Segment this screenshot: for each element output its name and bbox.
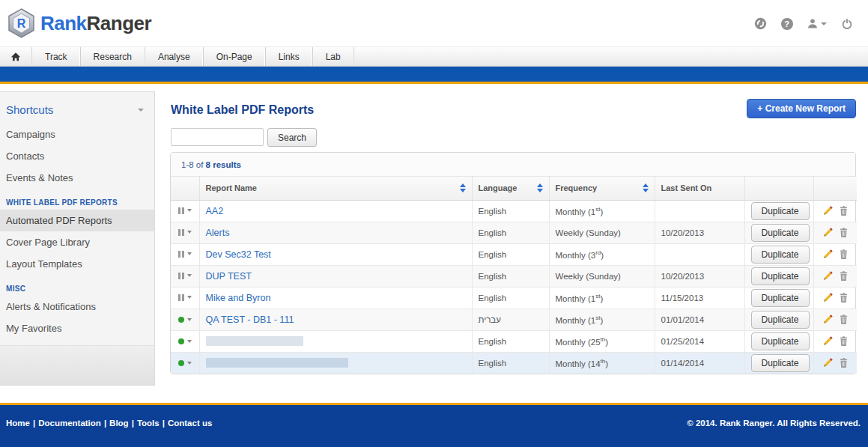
nav-tab-track[interactable]: Track [32,47,81,66]
sidebar-item-events-notes[interactable]: Events & Notes [0,167,154,189]
status-paused-menu[interactable] [178,207,192,214]
status-cell [171,352,199,374]
edit-pencil-icon[interactable] [822,357,834,368]
duplicate-button[interactable]: Duplicate [751,202,810,220]
sort-desc-icon[interactable] [643,189,649,192]
footer-link-documentation[interactable]: Documentation [38,419,101,428]
sidebar-item-layout-templates[interactable]: Layout Templates [0,253,154,275]
sidebar-item-my-favorites[interactable]: My Favorites [0,317,154,339]
table-row: DUP TESTEnglishWeekly (Sunday)10/20/2013… [171,265,857,287]
column-header-language[interactable]: Language [472,177,549,200]
duplicate-button[interactable]: Duplicate [751,267,810,285]
sort-arrows-icon[interactable] [643,183,649,192]
footer-link-home[interactable]: Home [6,419,30,428]
sidebar-item-campaigns[interactable]: Campaigns [0,124,154,145]
report-name-link[interactable]: DUP TEST [206,271,252,282]
refresh-icon[interactable] [754,17,767,30]
duplicate-button[interactable]: Duplicate [751,311,810,329]
edit-pencil-icon[interactable] [822,205,834,216]
sort-desc-icon[interactable] [537,189,543,192]
status-paused-menu[interactable] [178,273,192,279]
status-active-menu[interactable] [178,317,192,323]
report-name-link[interactable]: QA TEST - DB1 - 111 [206,314,294,325]
last-sent-cell: 11/15/2013 [655,287,744,308]
status-paused-menu[interactable] [178,294,192,301]
edit-pencil-icon[interactable] [822,270,834,282]
edit-pencil-icon[interactable] [822,314,834,325]
delete-trash-icon[interactable] [838,357,849,368]
footer-link-tools[interactable]: Tools [137,419,160,428]
footer-link-contact-us[interactable]: Contact us [168,419,212,428]
sort-asc-icon[interactable] [537,183,543,187]
report-name-link[interactable]: Alerts [206,228,230,238]
edit-pencil-icon[interactable] [822,227,834,238]
report-name-link[interactable]: AA2 [206,206,224,216]
rankranger-logo[interactable]: R RankRanger [7,8,151,38]
nav-tab-research[interactable]: Research [81,47,145,66]
delete-trash-icon[interactable] [838,314,849,325]
nav-home-tab[interactable] [0,47,32,66]
duplicate-button[interactable]: Duplicate [751,246,810,264]
sort-desc-icon[interactable] [460,189,466,192]
create-new-report-button[interactable]: + Create New Report [747,99,856,118]
sort-arrows-icon[interactable] [460,183,466,192]
edit-pencil-icon[interactable] [822,292,834,303]
delete-trash-icon[interactable] [838,270,849,282]
frequency-close: ) [605,359,608,368]
report-name-cell: AA2 [199,200,472,222]
logo-text-rank: Rank [40,12,87,34]
search-input[interactable] [171,128,264,146]
frequency-cell: Weekly (Sunday) [549,265,655,287]
sidebar-item-my-history[interactable]: My History [0,339,154,361]
duplicate-button[interactable]: Duplicate [751,289,810,307]
sidebar-item-cover-page-library[interactable]: Cover Page Library [0,231,154,253]
nav-tab-on-page[interactable]: On-Page [204,47,266,66]
report-name-cell: Dev Sec32 Test [199,243,472,265]
row-actions-cell [813,352,857,374]
delete-trash-icon[interactable] [838,335,849,347]
delete-trash-icon[interactable] [838,227,849,238]
search-button[interactable]: Search [267,128,317,147]
status-paused-menu[interactable] [178,251,192,258]
column-header-frequency[interactable]: Frequency [549,177,655,200]
sidebar-item-alerts-notifications[interactable]: Alerts & Notifications [0,296,154,317]
frequency-cell: Monthly (3rd) [549,243,655,265]
table-row: Mike and ByronEnglishMonthly (1st)11/15/… [171,287,857,308]
sort-arrows-icon[interactable] [537,183,543,192]
sort-asc-icon[interactable] [643,183,649,187]
duplicate-cell: Duplicate [744,287,813,308]
footer-link-blog[interactable]: Blog [109,419,129,428]
sidebar-item-automated-pdf-reports[interactable]: Automated PDF Reports [0,210,154,231]
edit-pencil-icon[interactable] [822,249,834,260]
column-header-report-name[interactable]: Report Name [199,177,472,200]
duplicate-button[interactable]: Duplicate [751,354,810,372]
nav-tab-lab[interactable]: Lab [313,47,354,66]
status-active-menu[interactable] [178,338,192,344]
duplicate-button[interactable]: Duplicate [751,224,810,242]
sidebar-item-contacts[interactable]: Contacts [0,145,154,167]
column-label: Last Sent On [661,183,712,192]
sort-asc-icon[interactable] [460,183,466,187]
help-icon[interactable]: ? [780,17,793,30]
nav-tab-links[interactable]: Links [266,47,313,66]
duplicate-button[interactable]: Duplicate [751,332,810,350]
delete-trash-icon[interactable] [838,292,849,303]
report-name-link[interactable]: Dev Sec32 Test [206,249,271,260]
status-active-menu[interactable] [178,360,192,366]
status-cell [171,222,199,243]
user-menu[interactable] [807,18,827,30]
delete-trash-icon[interactable] [838,249,849,260]
delete-trash-icon[interactable] [838,205,849,216]
sidebar-shortcuts-header[interactable]: Shortcuts [0,92,154,124]
edit-pencil-icon[interactable] [822,335,834,347]
status-cell [171,243,199,265]
report-name-link[interactable]: Mike and Byron [206,293,271,303]
report-name-cell: Mike and Byron [199,287,472,308]
frequency-close: ) [600,315,603,324]
status-cell [171,287,199,308]
status-paused-menu[interactable] [178,229,192,236]
nav-tab-analyse[interactable]: Analyse [145,47,204,66]
logout-power-icon[interactable] [840,17,853,30]
last-sent-cell: 01/14/2014 [655,352,744,374]
chevron-down-icon [187,296,192,299]
